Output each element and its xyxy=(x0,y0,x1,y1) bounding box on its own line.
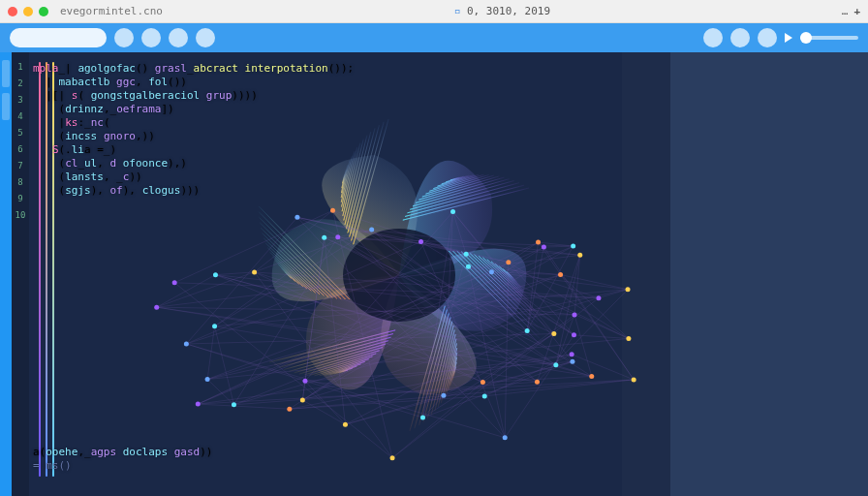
svg-point-332 xyxy=(213,272,218,277)
svg-point-353 xyxy=(184,341,189,346)
svg-point-372 xyxy=(482,393,487,398)
workspace: 12345678910 mpla_| agolgofac() grasl_abc… xyxy=(0,52,868,496)
svg-point-342 xyxy=(626,287,631,292)
window-controls xyxy=(8,7,48,16)
close-icon[interactable] xyxy=(8,7,17,16)
svg-point-368 xyxy=(196,402,201,407)
svg-point-331 xyxy=(589,374,594,379)
svg-point-344 xyxy=(558,272,563,277)
code-area[interactable]: mpla_| agolgofac() grasl_abcract interpo… xyxy=(33,62,354,198)
svg-point-349 xyxy=(506,260,511,264)
svg-point-362 xyxy=(322,235,326,240)
toolbar-right-2[interactable] xyxy=(730,28,750,47)
address-text: evegormintel.cno xyxy=(60,5,163,17)
svg-point-326 xyxy=(596,295,601,300)
editor: 12345678910 mpla_| agolgofac() grasl_abc… xyxy=(12,52,670,496)
toolbar-right-3[interactable] xyxy=(758,28,777,47)
maximize-icon[interactable] xyxy=(39,7,48,16)
toolbar-right-1[interactable] xyxy=(703,28,723,47)
toolbar xyxy=(0,23,868,52)
rail-tab-1[interactable] xyxy=(2,60,10,87)
svg-point-336 xyxy=(577,253,582,258)
svg-point-355 xyxy=(551,331,556,336)
svg-point-364 xyxy=(525,328,530,333)
svg-line-201 xyxy=(215,272,254,275)
minimize-icon[interactable] xyxy=(23,7,33,16)
code-footer: a(ooehe,_agps doclaps gasd))= ms() xyxy=(33,446,212,473)
svg-point-365 xyxy=(571,244,575,249)
svg-point-339 xyxy=(535,380,540,385)
svg-point-367 xyxy=(536,240,541,245)
more-icon[interactable]: … xyxy=(842,5,849,17)
svg-point-370 xyxy=(287,407,292,412)
svg-point-359 xyxy=(570,359,574,364)
svg-point-325 xyxy=(172,280,177,285)
left-rail xyxy=(0,52,12,496)
svg-point-345 xyxy=(489,269,494,274)
svg-point-354 xyxy=(464,252,469,257)
svg-point-369 xyxy=(632,377,636,382)
svg-point-337 xyxy=(369,228,374,232)
svg-point-341 xyxy=(232,402,236,407)
svg-line-209 xyxy=(157,275,216,308)
svg-point-348 xyxy=(572,332,576,337)
svg-point-334 xyxy=(154,305,159,310)
svg-point-361 xyxy=(343,422,348,427)
svg-point-366 xyxy=(542,245,546,250)
svg-point-360 xyxy=(302,379,307,384)
svg-point-329 xyxy=(252,269,257,274)
svg-line-296 xyxy=(302,400,345,424)
svg-point-351 xyxy=(418,239,423,244)
svg-line-307 xyxy=(543,246,573,247)
toolbar-button-1[interactable] xyxy=(114,28,134,47)
svg-point-357 xyxy=(450,209,455,214)
add-tab-icon[interactable]: + xyxy=(853,5,860,17)
rail-tab-2[interactable] xyxy=(2,93,10,120)
svg-line-317 xyxy=(198,404,290,409)
svg-point-343 xyxy=(205,377,210,382)
svg-point-328 xyxy=(330,208,335,213)
svg-point-371 xyxy=(570,352,574,356)
svg-point-330 xyxy=(480,380,485,385)
svg-point-363 xyxy=(300,398,305,403)
play-icon[interactable] xyxy=(785,33,792,43)
svg-point-350 xyxy=(503,435,508,440)
right-panel xyxy=(670,52,868,496)
svg-line-320 xyxy=(572,355,634,380)
toolbar-button-3[interactable] xyxy=(169,28,188,47)
svg-point-338 xyxy=(335,234,340,239)
svg-point-333 xyxy=(573,313,577,318)
toolbar-button-4[interactable] xyxy=(196,28,215,47)
title-center: ▫ 0, 3010, 2019 xyxy=(169,5,836,17)
svg-point-346 xyxy=(626,336,631,341)
svg-point-356 xyxy=(420,416,425,420)
gutter: 12345678910 xyxy=(12,52,29,496)
svg-point-347 xyxy=(466,264,471,269)
svg-point-358 xyxy=(441,393,446,398)
svg-point-335 xyxy=(553,362,558,367)
svg-line-251 xyxy=(574,335,628,339)
svg-line-292 xyxy=(305,381,345,424)
svg-line-321 xyxy=(484,380,634,396)
svg-point-327 xyxy=(390,455,395,460)
titlebar: evegormintel.cno ▫ 0, 3010, 2019 … + xyxy=(0,0,868,23)
url-pill[interactable] xyxy=(10,28,107,47)
svg-point-352 xyxy=(294,215,299,220)
svg-point-340 xyxy=(212,324,217,328)
progress-slider[interactable] xyxy=(800,36,858,40)
svg-line-245 xyxy=(561,275,629,339)
svg-line-323 xyxy=(290,396,484,409)
toolbar-button-2[interactable] xyxy=(141,28,161,47)
